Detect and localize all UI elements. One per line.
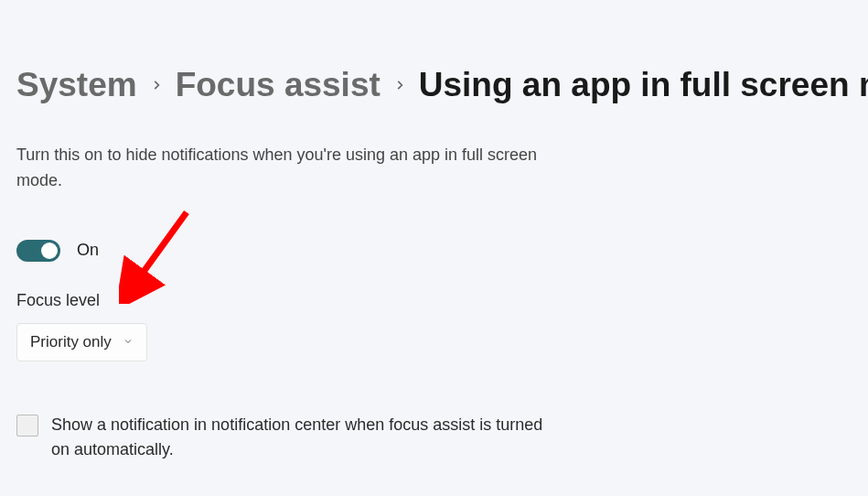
feature-toggle[interactable]	[16, 240, 60, 262]
toggle-row: On	[16, 240, 852, 262]
focus-level-label: Focus level	[16, 291, 852, 310]
toggle-state-label: On	[77, 241, 99, 260]
chevron-down-icon	[123, 333, 134, 351]
breadcrumb-current: Using an app in full screen mode	[419, 66, 868, 104]
chevron-right-icon	[393, 79, 406, 92]
page-description: Turn this on to hide notifications when …	[16, 143, 547, 194]
notification-checkbox-row: Show a notification in notification cent…	[16, 413, 547, 462]
chevron-right-icon	[150, 79, 163, 92]
dropdown-selected-value: Priority only	[30, 333, 112, 351]
notification-checkbox[interactable]	[16, 415, 38, 437]
focus-level-dropdown[interactable]: Priority only	[16, 323, 147, 361]
breadcrumb-link-focus-assist[interactable]: Focus assist	[176, 66, 380, 104]
breadcrumb: System Focus assist Using an app in full…	[16, 0, 852, 104]
toggle-knob	[41, 243, 58, 259]
breadcrumb-link-system[interactable]: System	[16, 66, 137, 104]
notification-checkbox-label: Show a notification in notification cent…	[51, 413, 547, 462]
